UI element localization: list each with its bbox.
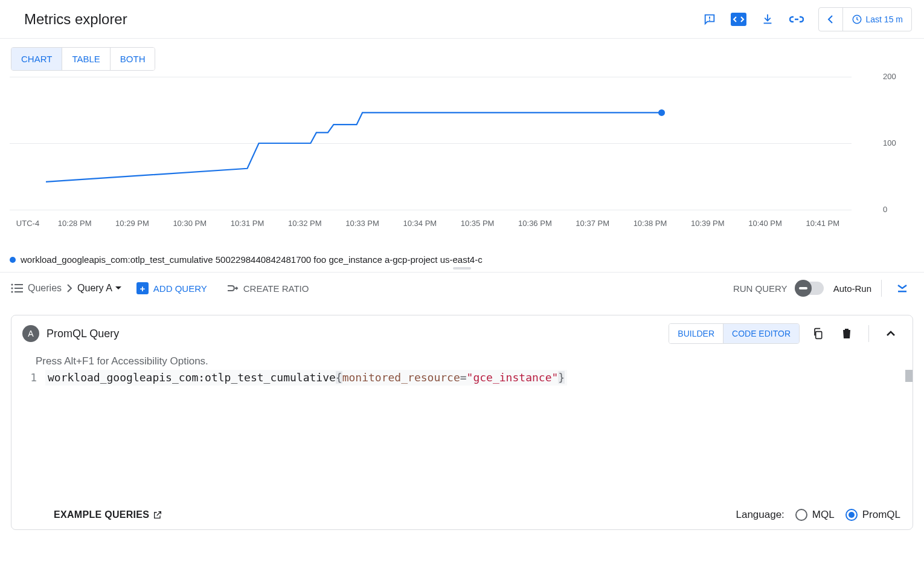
svg-rect-3 bbox=[763, 22, 771, 24]
query-panel-header: A PromQL Query BUILDER CODE EDITOR bbox=[11, 315, 913, 352]
chart-view-tabs-row: CHART TABLE BOTH bbox=[0, 39, 924, 71]
page-header: Metrics explorer Last 15 m bbox=[0, 0, 924, 39]
svg-rect-12 bbox=[898, 291, 906, 292]
create-ratio-label: CREATE RATIO bbox=[243, 283, 309, 294]
view-tab-chart[interactable]: CHART bbox=[11, 48, 62, 70]
svg-point-5 bbox=[11, 283, 13, 285]
chart-series-line bbox=[10, 71, 852, 228]
add-query-button[interactable]: + ADD QUERY bbox=[132, 279, 212, 298]
language-selector: Language: MQL PromQL bbox=[736, 509, 900, 521]
add-query-label: ADD QUERY bbox=[153, 283, 207, 294]
chart-plot-area[interactable]: 0100200UTC-410:28 PM10:29 PM10:30 PM10:3… bbox=[10, 71, 852, 228]
time-range-picker: Last 15 m bbox=[818, 7, 912, 31]
divider bbox=[868, 325, 869, 342]
open-in-new-icon bbox=[153, 510, 162, 520]
pane-resize-handle[interactable] bbox=[0, 265, 924, 273]
code-token-open-brace: { bbox=[336, 371, 342, 384]
view-tab-table[interactable]: TABLE bbox=[62, 48, 110, 70]
plus-icon: + bbox=[136, 282, 149, 294]
page-title: Metrics explorer bbox=[24, 11, 695, 28]
svg-rect-8 bbox=[14, 288, 23, 289]
code-editor[interactable]: 1 workload_googleapis_com:otlp_test_cumu… bbox=[11, 370, 913, 386]
collapse-all-button[interactable] bbox=[891, 277, 913, 299]
svg-rect-1 bbox=[709, 19, 710, 21]
language-option-mql[interactable]: MQL bbox=[795, 509, 835, 521]
chart-ytick: 200 bbox=[883, 72, 896, 81]
breadcrumb-current-dropdown[interactable]: Query A bbox=[77, 283, 122, 294]
auto-run-label: Auto-Run bbox=[833, 283, 871, 294]
svg-rect-10 bbox=[14, 291, 23, 292]
breadcrumb-current-label: Query A bbox=[77, 283, 112, 294]
chart-ytick: 100 bbox=[883, 138, 896, 147]
chart: 0100200UTC-410:28 PM10:29 PM10:30 PM10:3… bbox=[0, 71, 924, 252]
code-icon[interactable] bbox=[724, 7, 753, 31]
svg-rect-6 bbox=[14, 284, 23, 285]
time-range-label: Last 15 m bbox=[866, 15, 903, 24]
svg-point-7 bbox=[11, 287, 13, 289]
code-token-label-value: "gce_instance" bbox=[467, 371, 559, 384]
chart-series-end-point bbox=[658, 109, 665, 116]
delete-button[interactable] bbox=[836, 323, 858, 344]
code-token-equals: = bbox=[460, 371, 467, 384]
breadcrumb-root[interactable]: Queries bbox=[28, 283, 62, 294]
run-query-button[interactable]: RUN QUERY bbox=[733, 283, 788, 294]
create-ratio-button[interactable]: CREATE RATIO bbox=[222, 280, 314, 297]
chart-view-tabs: CHART TABLE BOTH bbox=[11, 47, 155, 71]
language-option-mql-label: MQL bbox=[812, 509, 835, 521]
legend-swatch-icon bbox=[10, 257, 16, 263]
language-option-promql-label: PromQL bbox=[862, 509, 900, 521]
query-badge: A bbox=[22, 325, 39, 342]
clock-icon bbox=[852, 14, 862, 25]
code-token-close-brace: } bbox=[558, 371, 565, 384]
legend-series-label: workload_googleapis_com:otlp_test_cumula… bbox=[21, 254, 483, 265]
editor-mode-code-editor[interactable]: CODE EDITOR bbox=[723, 324, 799, 343]
link-icon[interactable] bbox=[782, 7, 811, 31]
header-actions: Last 15 m bbox=[695, 7, 912, 31]
editor-mode-tabs: BUILDER CODE EDITOR bbox=[669, 323, 800, 344]
svg-point-9 bbox=[11, 291, 13, 292]
editor-accessibility-hint: Press Alt+F1 for Accessibility Options. bbox=[11, 352, 913, 370]
download-icon[interactable] bbox=[753, 7, 782, 31]
divider bbox=[881, 280, 882, 297]
merge-icon bbox=[226, 283, 239, 293]
example-queries-link[interactable]: EXAMPLE QUERIES bbox=[54, 509, 162, 520]
query-toolbar: Queries Query A + ADD QUERY CREATE RATIO… bbox=[0, 273, 924, 304]
caret-down-icon bbox=[115, 286, 122, 291]
editor-gutter: 1 bbox=[11, 370, 45, 386]
svg-rect-13 bbox=[816, 332, 822, 339]
language-option-promql[interactable]: PromQL bbox=[845, 509, 900, 521]
query-panel-footer: EXAMPLE QUERIES Language: MQL PromQL bbox=[11, 500, 913, 529]
chevron-right-icon bbox=[66, 284, 72, 292]
collapse-panel-button[interactable] bbox=[880, 323, 902, 344]
radio-icon bbox=[845, 509, 858, 521]
code-token-label-key: monitored_resource bbox=[342, 371, 460, 384]
query-breadcrumb: Queries Query A bbox=[11, 283, 122, 294]
list-icon bbox=[11, 283, 23, 293]
feedback-icon[interactable] bbox=[695, 7, 724, 31]
svg-rect-0 bbox=[709, 16, 710, 19]
chart-ytick: 0 bbox=[883, 205, 887, 214]
editor-minimap-indicator bbox=[905, 370, 913, 382]
editor-content[interactable]: workload_googleapis_com:otlp_test_cumula… bbox=[45, 370, 913, 386]
view-tab-both[interactable]: BOTH bbox=[111, 48, 155, 70]
example-queries-label: EXAMPLE QUERIES bbox=[54, 509, 149, 520]
radio-icon bbox=[795, 509, 807, 521]
copy-button[interactable] bbox=[807, 323, 829, 344]
language-label: Language: bbox=[736, 509, 784, 521]
svg-rect-11 bbox=[799, 287, 807, 289]
query-panel-title: PromQL Query bbox=[47, 328, 661, 340]
toggle-knob-icon bbox=[795, 280, 812, 297]
time-range-button[interactable]: Last 15 m bbox=[843, 14, 911, 25]
query-panel: A PromQL Query BUILDER CODE EDITOR Press… bbox=[11, 315, 913, 530]
auto-run-toggle[interactable] bbox=[797, 282, 824, 295]
code-token-metric: workload_googleapis_com:otlp_test_cumula… bbox=[48, 371, 336, 384]
time-range-prev-button[interactable] bbox=[819, 8, 843, 31]
editor-mode-builder[interactable]: BUILDER bbox=[669, 324, 723, 343]
chart-legend: workload_googleapis_com:otlp_test_cumula… bbox=[0, 252, 924, 265]
